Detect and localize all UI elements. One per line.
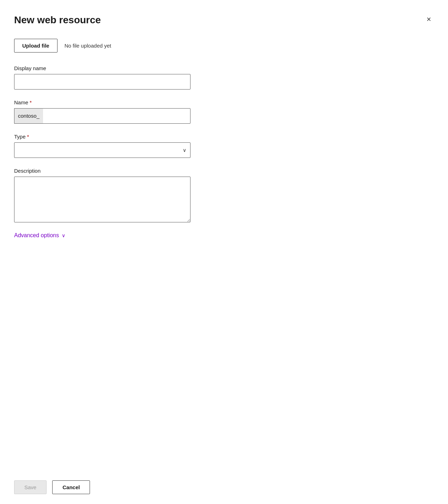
advanced-options-button[interactable]: Advanced options ∨ xyxy=(14,232,434,239)
type-select-wrapper: Webpage (HTML) Style Sheet (CSS) Script … xyxy=(14,142,190,158)
new-web-resource-dialog: New web resource × Upload file No file u… xyxy=(0,0,448,504)
upload-status-text: No file uploaded yet xyxy=(65,43,111,49)
display-name-input[interactable] xyxy=(14,74,190,90)
description-textarea[interactable] xyxy=(14,177,190,222)
cancel-button[interactable]: Cancel xyxy=(52,480,90,494)
display-name-label: Display name xyxy=(14,65,434,71)
upload-file-button[interactable]: Upload file xyxy=(14,39,57,53)
dialog-footer: Save Cancel xyxy=(0,471,448,504)
description-label: Description xyxy=(14,168,434,174)
dialog-title: New web resource xyxy=(14,14,101,26)
name-group: Name* contoso_ xyxy=(14,99,434,124)
upload-row: Upload file No file uploaded yet xyxy=(14,39,434,53)
name-input-wrapper: contoso_ xyxy=(14,108,190,124)
advanced-options-label: Advanced options xyxy=(14,232,59,239)
close-button[interactable]: × xyxy=(424,14,434,25)
save-button[interactable]: Save xyxy=(14,480,47,494)
dialog-header: New web resource × xyxy=(14,14,434,26)
display-name-group: Display name xyxy=(14,65,434,90)
type-select[interactable]: Webpage (HTML) Style Sheet (CSS) Script … xyxy=(14,142,190,158)
name-label: Name* xyxy=(14,99,434,105)
name-required-star: * xyxy=(30,99,32,105)
dialog-body: Upload file No file uploaded yet Display… xyxy=(14,39,434,490)
type-label: Type* xyxy=(14,134,434,140)
advanced-options-chevron-icon: ∨ xyxy=(62,233,65,238)
type-required-star: * xyxy=(27,134,29,140)
description-group: Description xyxy=(14,168,434,222)
type-group: Type* Webpage (HTML) Style Sheet (CSS) S… xyxy=(14,134,434,158)
name-prefix: contoso_ xyxy=(14,108,43,124)
